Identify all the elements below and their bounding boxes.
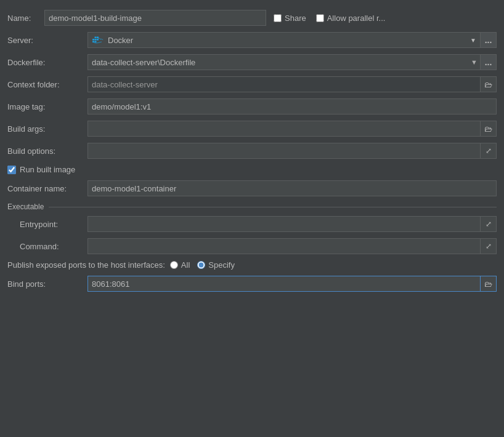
command-input[interactable]: [87, 238, 481, 254]
server-select-wrapper: Docker ▼ ...: [87, 32, 497, 48]
build-options-row: Build options: ⤢: [7, 143, 497, 159]
server-label: Server:: [7, 36, 87, 45]
command-row: Command: ⤢: [7, 238, 497, 254]
svg-rect-2: [97, 39, 99, 41]
share-checkbox-item[interactable]: Share: [274, 14, 306, 23]
executable-section-header: Executable: [7, 202, 497, 211]
image-tag-row: Image tag:: [7, 98, 497, 114]
run-built-image-row: Run built image: [7, 165, 497, 174]
build-options-input[interactable]: [87, 143, 481, 159]
context-folder-row: Context folder: 🗁: [7, 76, 497, 92]
build-options-input-wrapper: ⤢: [87, 143, 497, 159]
radio-specify-input[interactable]: [197, 261, 205, 269]
build-args-label: Build args:: [7, 124, 87, 134]
context-folder-input-wrapper: 🗁: [87, 76, 497, 92]
build-args-folder-icon: 🗁: [484, 124, 492, 134]
server-more-button[interactable]: ...: [481, 32, 497, 48]
dockerfile-label: Dockerfile:: [7, 58, 87, 67]
bind-ports-row: Bind ports: 🗁: [7, 276, 497, 292]
svg-rect-0: [92, 39, 94, 41]
allow-parallel-checkbox-item[interactable]: Allow parallel r...: [316, 14, 386, 23]
svg-rect-3: [97, 37, 99, 39]
radio-group: All Specify: [170, 260, 235, 270]
entrypoint-expand-button[interactable]: ⤢: [481, 216, 497, 232]
build-options-expand-button[interactable]: ⤢: [481, 143, 497, 159]
expand-icon: ⤢: [486, 146, 492, 155]
server-value: Docker: [108, 36, 133, 45]
dockerfile-row: Dockerfile: ▼ ...: [7, 54, 497, 70]
image-tag-label: Image tag:: [7, 102, 87, 111]
name-label: Name:: [7, 14, 44, 23]
context-folder-browse-button[interactable]: 🗁: [481, 76, 497, 92]
folder-icon: 🗁: [484, 80, 492, 89]
build-args-input-wrapper: 🗁: [87, 121, 497, 137]
bind-ports-folder-icon: 🗁: [484, 279, 492, 289]
context-folder-input[interactable]: [87, 76, 481, 92]
image-tag-input[interactable]: [87, 98, 497, 114]
dockerfile-input-wrapper: ▼ ...: [87, 54, 497, 70]
command-expand-icon: ⤢: [486, 242, 492, 251]
svg-rect-6: [95, 41, 97, 43]
container-name-row: Container name:: [7, 180, 497, 196]
command-expand-button[interactable]: ⤢: [481, 238, 497, 254]
dockerfile-input[interactable]: [88, 55, 468, 70]
build-args-browse-button[interactable]: 🗁: [481, 121, 497, 137]
bind-ports-label: Bind ports:: [7, 279, 87, 289]
context-folder-label: Context folder:: [7, 80, 87, 89]
bind-ports-input[interactable]: [87, 276, 481, 292]
server-dropdown[interactable]: Docker ▼: [87, 32, 481, 48]
build-args-input[interactable]: [87, 121, 481, 137]
dropdown-arrow-icon: ▼: [470, 37, 476, 44]
bind-ports-browse-button[interactable]: 🗁: [481, 276, 497, 292]
radio-specify-label: Specify: [208, 260, 235, 270]
radio-all-input[interactable]: [170, 261, 178, 269]
radio-all-option[interactable]: All: [170, 260, 190, 270]
dockerfile-more-button[interactable]: ...: [481, 54, 497, 70]
build-args-row: Build args: 🗁: [7, 121, 497, 137]
svg-rect-4: [95, 37, 97, 39]
container-name-label: Container name:: [7, 184, 87, 193]
name-input[interactable]: [44, 10, 266, 26]
run-built-image-label: Run built image: [20, 165, 75, 174]
run-built-image-checkbox[interactable]: [7, 166, 16, 174]
publish-ports-label: Publish exposed ports to the host interf…: [7, 260, 165, 270]
share-label: Share: [285, 14, 306, 23]
publish-ports-row: Publish exposed ports to the host interf…: [7, 260, 497, 270]
header-checkboxes: Share Allow parallel r...: [274, 14, 385, 23]
entrypoint-input[interactable]: [87, 216, 481, 232]
docker-icon: [92, 35, 104, 45]
entrypoint-expand-icon: ⤢: [486, 220, 492, 228]
name-row: Name: Share Allow parallel r...: [7, 10, 497, 26]
command-label: Command:: [20, 242, 87, 251]
executable-section-label: Executable: [7, 202, 44, 211]
entrypoint-label: Entrypoint:: [20, 220, 87, 229]
svg-rect-1: [95, 39, 97, 41]
share-checkbox[interactable]: [274, 14, 282, 22]
entrypoint-row: Entrypoint: ⤢: [7, 216, 497, 232]
container-name-input[interactable]: [87, 180, 497, 196]
build-options-label: Build options:: [7, 146, 87, 156]
server-row: Server: Docker ▼ ...: [7, 32, 497, 48]
allow-parallel-label: Allow parallel r...: [327, 14, 386, 23]
radio-specify-option[interactable]: Specify: [197, 260, 235, 270]
dockerfile-dropdown-arrow[interactable]: ▼: [468, 58, 480, 66]
command-input-wrapper: ⤢: [87, 238, 497, 254]
bind-ports-input-wrapper: 🗁: [87, 276, 497, 292]
entrypoint-input-wrapper: ⤢: [87, 216, 497, 232]
allow-parallel-checkbox[interactable]: [316, 14, 324, 22]
radio-all-label: All: [181, 260, 190, 270]
